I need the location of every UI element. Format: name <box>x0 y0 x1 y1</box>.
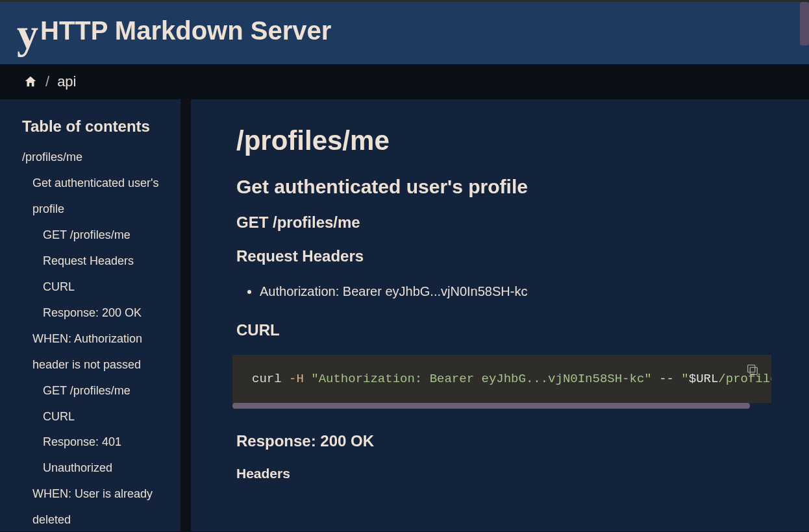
subsection-heading: Response: 200 OK <box>236 432 764 450</box>
code-token: -H <box>289 372 304 386</box>
subsection-heading: Headers <box>236 466 764 481</box>
section-heading: Get authenticated user's profile <box>236 176 764 198</box>
toc-item[interactable]: WHEN: User is already deleted <box>22 481 169 531</box>
toc-title: Table of contents <box>22 117 169 136</box>
code-block: curl -H "Authorization: Bearer eyJhbG...… <box>232 355 771 409</box>
window-scrollbar-thumb[interactable] <box>800 2 809 45</box>
horizontal-scrollbar[interactable] <box>232 403 750 409</box>
code-token: curl <box>252 372 289 386</box>
toc-item[interactable]: CURL <box>22 404 169 430</box>
home-icon[interactable] <box>23 75 38 89</box>
site-header: y HTTP Markdown Server <box>0 2 809 64</box>
subsection-heading: Request Headers <box>236 247 764 265</box>
table-of-contents: /profiles/me Get authenticated user's pr… <box>22 145 169 531</box>
toc-item[interactable]: Request Headers <box>22 248 169 274</box>
logo-glyph: y <box>17 17 38 51</box>
main-content: /profiles/me Get authenticated user's pr… <box>191 99 809 531</box>
toc-item[interactable]: Get authenticated user's profile <box>22 171 169 223</box>
breadcrumb-separator: / <box>45 73 49 90</box>
page-title: /profiles/me <box>236 125 764 156</box>
code-token: " <box>681 372 688 386</box>
code-token: "Authorization: Bearer eyJhbG...vjN0In58… <box>311 372 652 386</box>
breadcrumb: / api <box>0 64 809 99</box>
copy-icon[interactable] <box>745 363 760 377</box>
code-token <box>304 372 311 386</box>
toc-item[interactable]: CURL <box>22 274 169 300</box>
toc-item[interactable]: /profiles/me <box>22 145 169 171</box>
toc-item[interactable]: Response: 401 Unauthorized <box>22 429 169 481</box>
svg-rect-1 <box>748 365 755 372</box>
toc-item[interactable]: GET /profiles/me <box>22 223 169 248</box>
request-headers-list: Authorization: Bearer eyJhbG...vjN0In58S… <box>236 281 764 302</box>
list-item: Authorization: Bearer eyJhbG...vjN0In58S… <box>260 281 764 302</box>
endpoint-heading: GET /profiles/me <box>236 213 764 232</box>
sidebar: Table of contents /profiles/me Get authe… <box>0 99 180 531</box>
site-title: HTTP Markdown Server <box>40 16 331 45</box>
toc-item[interactable]: GET /profiles/me <box>22 378 169 404</box>
code-token: -- <box>652 372 682 386</box>
toc-item[interactable]: Response: 200 OK <box>22 300 169 326</box>
toc-item[interactable]: WHEN: Authorization header is not passed <box>22 326 169 378</box>
svg-rect-0 <box>750 367 757 374</box>
breadcrumb-current[interactable]: api <box>57 73 76 90</box>
subsection-heading: CURL <box>236 321 764 339</box>
code-token: $URL <box>689 372 719 386</box>
